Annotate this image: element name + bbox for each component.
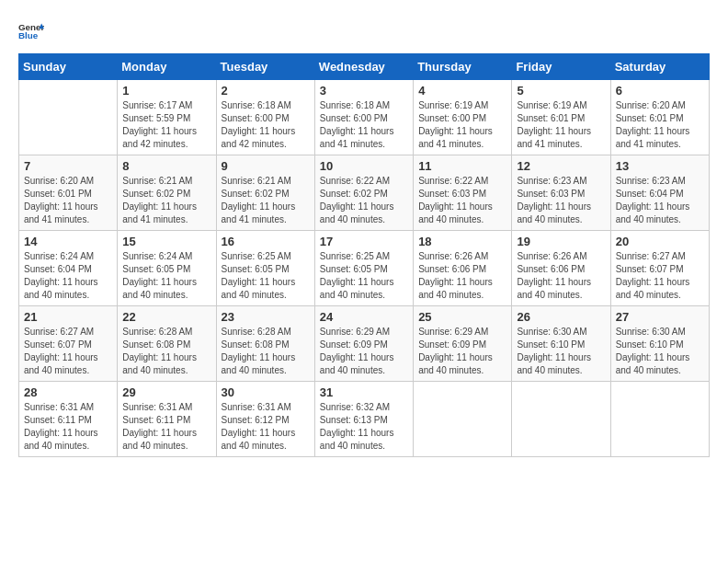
logo-icon: General Blue: [18, 18, 44, 44]
day-number: 22: [122, 310, 210, 324]
calendar-cell: 4Sunrise: 6:19 AM Sunset: 6:00 PM Daylig…: [414, 80, 512, 155]
svg-text:Blue: Blue: [18, 30, 39, 40]
day-info: Sunrise: 6:18 AM Sunset: 6:00 PM Dayligh…: [320, 99, 408, 151]
day-info: Sunrise: 6:19 AM Sunset: 6:01 PM Dayligh…: [517, 99, 605, 151]
day-number: 18: [418, 235, 506, 248]
day-info: Sunrise: 6:28 AM Sunset: 6:08 PM Dayligh…: [122, 326, 210, 377]
calendar-cell: 7Sunrise: 6:20 AM Sunset: 6:01 PM Daylig…: [19, 155, 118, 231]
calendar-week-row: 1Sunrise: 6:17 AM Sunset: 5:59 PM Daylig…: [19, 80, 710, 155]
day-number: 7: [24, 159, 112, 173]
calendar-cell: 5Sunrise: 6:19 AM Sunset: 6:01 PM Daylig…: [512, 80, 610, 155]
calendar-cell: 2Sunrise: 6:18 AM Sunset: 6:00 PM Daylig…: [216, 80, 314, 155]
day-info: Sunrise: 6:27 AM Sunset: 6:07 PM Dayligh…: [616, 250, 704, 302]
calendar-cell: 11Sunrise: 6:22 AM Sunset: 6:03 PM Dayli…: [414, 155, 512, 231]
calendar-week-row: 7Sunrise: 6:20 AM Sunset: 6:01 PM Daylig…: [19, 155, 710, 231]
calendar-cell: 3Sunrise: 6:18 AM Sunset: 6:00 PM Daylig…: [314, 80, 413, 155]
calendar-cell: 14Sunrise: 6:24 AM Sunset: 6:04 PM Dayli…: [19, 231, 118, 306]
day-number: 10: [320, 159, 408, 173]
calendar-cell: 17Sunrise: 6:25 AM Sunset: 6:05 PM Dayli…: [314, 231, 413, 306]
calendar-table: SundayMondayTuesdayWednesdayThursdayFrid…: [18, 53, 710, 457]
calendar-cell: 25Sunrise: 6:29 AM Sunset: 6:09 PM Dayli…: [414, 306, 512, 382]
day-number: 4: [418, 84, 506, 98]
day-info: Sunrise: 6:21 AM Sunset: 6:02 PM Dayligh…: [122, 175, 210, 226]
day-number: 11: [418, 159, 506, 173]
day-number: 1: [122, 84, 210, 98]
day-info: Sunrise: 6:20 AM Sunset: 6:01 PM Dayligh…: [24, 175, 112, 226]
day-info: Sunrise: 6:22 AM Sunset: 6:03 PM Dayligh…: [418, 175, 506, 226]
calendar-cell: 21Sunrise: 6:27 AM Sunset: 6:07 PM Dayli…: [19, 306, 118, 382]
calendar-cell: 13Sunrise: 6:23 AM Sunset: 6:04 PM Dayli…: [610, 155, 709, 231]
day-number: 13: [616, 159, 704, 173]
calendar-cell: 27Sunrise: 6:30 AM Sunset: 6:10 PM Dayli…: [610, 306, 709, 382]
calendar-cell: [610, 382, 709, 457]
day-info: Sunrise: 6:19 AM Sunset: 6:00 PM Dayligh…: [418, 99, 506, 151]
day-info: Sunrise: 6:30 AM Sunset: 6:10 PM Dayligh…: [616, 326, 704, 377]
day-number: 23: [222, 310, 310, 324]
day-info: Sunrise: 6:22 AM Sunset: 6:02 PM Dayligh…: [320, 175, 408, 226]
calendar-cell: [512, 382, 610, 457]
day-info: Sunrise: 6:29 AM Sunset: 6:09 PM Dayligh…: [418, 326, 506, 377]
day-info: Sunrise: 6:17 AM Sunset: 5:59 PM Dayligh…: [122, 99, 210, 151]
calendar-cell: 10Sunrise: 6:22 AM Sunset: 6:02 PM Dayli…: [314, 155, 413, 231]
calendar-cell: 24Sunrise: 6:29 AM Sunset: 6:09 PM Dayli…: [314, 306, 413, 382]
day-info: Sunrise: 6:30 AM Sunset: 6:10 PM Dayligh…: [517, 326, 605, 377]
day-info: Sunrise: 6:27 AM Sunset: 6:07 PM Dayligh…: [24, 326, 112, 377]
day-number: 24: [320, 310, 408, 324]
day-number: 3: [320, 84, 408, 98]
day-info: Sunrise: 6:18 AM Sunset: 6:00 PM Dayligh…: [222, 99, 310, 151]
day-number: 17: [320, 235, 408, 248]
calendar-header-row: SundayMondayTuesdayWednesdayThursdayFrid…: [19, 54, 710, 80]
day-number: 31: [320, 385, 408, 399]
day-info: Sunrise: 6:31 AM Sunset: 6:11 PM Dayligh…: [24, 401, 112, 453]
day-info: Sunrise: 6:20 AM Sunset: 6:01 PM Dayligh…: [616, 99, 704, 151]
day-number: 2: [222, 84, 310, 98]
day-number: 12: [517, 159, 605, 173]
day-number: 21: [24, 310, 112, 324]
day-number: 28: [24, 385, 112, 399]
page-header: General Blue: [18, 18, 710, 44]
logo: General Blue: [18, 18, 48, 44]
day-info: Sunrise: 6:31 AM Sunset: 6:11 PM Dayligh…: [122, 401, 210, 453]
day-of-week-header: Sunday: [19, 54, 118, 80]
calendar-cell: [19, 80, 118, 155]
day-number: 30: [222, 385, 310, 399]
day-info: Sunrise: 6:26 AM Sunset: 6:06 PM Dayligh…: [418, 250, 506, 302]
day-info: Sunrise: 6:23 AM Sunset: 6:03 PM Dayligh…: [517, 175, 605, 226]
day-number: 5: [517, 84, 605, 98]
day-info: Sunrise: 6:23 AM Sunset: 6:04 PM Dayligh…: [616, 175, 704, 226]
calendar-cell: 6Sunrise: 6:20 AM Sunset: 6:01 PM Daylig…: [610, 80, 709, 155]
day-number: 8: [122, 159, 210, 173]
day-info: Sunrise: 6:32 AM Sunset: 6:13 PM Dayligh…: [320, 401, 408, 453]
day-info: Sunrise: 6:31 AM Sunset: 6:12 PM Dayligh…: [222, 401, 310, 453]
day-of-week-header: Monday: [118, 54, 216, 80]
day-info: Sunrise: 6:24 AM Sunset: 6:04 PM Dayligh…: [24, 250, 112, 302]
calendar-cell: 22Sunrise: 6:28 AM Sunset: 6:08 PM Dayli…: [118, 306, 216, 382]
calendar-cell: 9Sunrise: 6:21 AM Sunset: 6:02 PM Daylig…: [216, 155, 314, 231]
calendar-cell: 28Sunrise: 6:31 AM Sunset: 6:11 PM Dayli…: [19, 382, 118, 457]
calendar-cell: 8Sunrise: 6:21 AM Sunset: 6:02 PM Daylig…: [118, 155, 216, 231]
day-of-week-header: Saturday: [610, 54, 709, 80]
calendar-cell: 15Sunrise: 6:24 AM Sunset: 6:05 PM Dayli…: [118, 231, 216, 306]
day-number: 27: [616, 310, 704, 324]
calendar-week-row: 14Sunrise: 6:24 AM Sunset: 6:04 PM Dayli…: [19, 231, 710, 306]
day-number: 26: [517, 310, 605, 324]
calendar-cell: 12Sunrise: 6:23 AM Sunset: 6:03 PM Dayli…: [512, 155, 610, 231]
calendar-cell: 20Sunrise: 6:27 AM Sunset: 6:07 PM Dayli…: [610, 231, 709, 306]
day-number: 20: [616, 235, 704, 248]
calendar-cell: 30Sunrise: 6:31 AM Sunset: 6:12 PM Dayli…: [216, 382, 314, 457]
calendar-cell: 23Sunrise: 6:28 AM Sunset: 6:08 PM Dayli…: [216, 306, 314, 382]
calendar-week-row: 21Sunrise: 6:27 AM Sunset: 6:07 PM Dayli…: [19, 306, 710, 382]
calendar-cell: 29Sunrise: 6:31 AM Sunset: 6:11 PM Dayli…: [118, 382, 216, 457]
day-of-week-header: Tuesday: [216, 54, 314, 80]
day-info: Sunrise: 6:25 AM Sunset: 6:05 PM Dayligh…: [320, 250, 408, 302]
day-of-week-header: Wednesday: [314, 54, 413, 80]
calendar-cell: 16Sunrise: 6:25 AM Sunset: 6:05 PM Dayli…: [216, 231, 314, 306]
day-info: Sunrise: 6:21 AM Sunset: 6:02 PM Dayligh…: [222, 175, 310, 226]
calendar-cell: 31Sunrise: 6:32 AM Sunset: 6:13 PM Dayli…: [314, 382, 413, 457]
day-number: 25: [418, 310, 506, 324]
day-number: 16: [222, 235, 310, 248]
calendar-week-row: 28Sunrise: 6:31 AM Sunset: 6:11 PM Dayli…: [19, 382, 710, 457]
day-number: 19: [517, 235, 605, 248]
day-info: Sunrise: 6:25 AM Sunset: 6:05 PM Dayligh…: [222, 250, 310, 302]
day-info: Sunrise: 6:26 AM Sunset: 6:06 PM Dayligh…: [517, 250, 605, 302]
